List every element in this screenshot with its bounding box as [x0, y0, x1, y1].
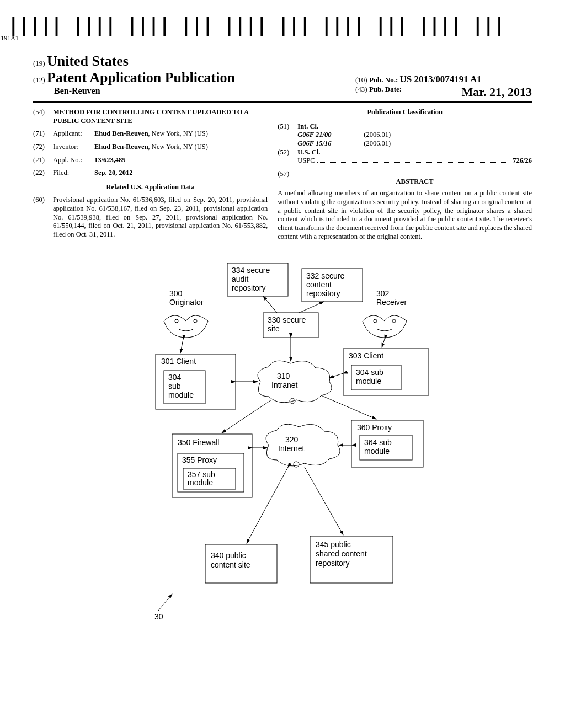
- label-345c: repository: [316, 559, 349, 568]
- svg-line-27: [222, 400, 271, 433]
- label-320b: Internet: [278, 444, 305, 453]
- label-330a: 330 secure: [268, 315, 306, 324]
- appl-row: (21) Appl. No.: 13/623,485: [33, 156, 268, 165]
- label-receiver: Receiver: [376, 298, 407, 307]
- right-column: Publication Classification (51) Int. Cl.…: [278, 108, 532, 244]
- label-332a: 332 secure: [306, 271, 344, 280]
- label-350: 350 Firewall: [178, 438, 219, 447]
- header-author: Ben-Reuven: [54, 86, 355, 96]
- pub-no-label: Pub. No.:: [369, 76, 398, 84]
- inventor-label: Inventor:: [53, 143, 94, 152]
- appl-label: Appl. No.:: [53, 156, 94, 165]
- country-name: United States: [47, 53, 129, 69]
- applicant-label: Applicant:: [53, 130, 94, 138]
- svg-point-15: [294, 462, 299, 467]
- system-diagram-svg: 300 Originator 302 Receiver 334 secure a…: [111, 258, 454, 622]
- label-355: 355 Proxy: [182, 456, 217, 464]
- pub-type: Patent Application Publication: [47, 69, 235, 85]
- filed-row: (22) Filed: Sep. 20, 2012: [33, 169, 268, 178]
- country-code: (19): [33, 59, 45, 67]
- label-357a: 357 sub: [188, 470, 215, 479]
- inventor-value: Ehud Ben-Reuven, New York, NY (US): [94, 143, 268, 152]
- intcl-code-0: G06F 21/00: [297, 131, 364, 140]
- label-340b: content site: [211, 560, 250, 569]
- barcode: | |||| ||||| || |||| ||| |||| |||| |||| …: [0, 17, 504, 42]
- svg-point-1: [194, 319, 197, 323]
- pub-no-line: (10) Pub. No.: US 2013/0074191 A1: [355, 74, 532, 85]
- svg-line-20: [263, 296, 277, 313]
- svg-line-31: [247, 467, 288, 543]
- abstract-heading-row: (57) ABSTRACT: [278, 170, 532, 190]
- body-columns: (54) METHOD FOR CONTROLLING CONTENT UPLO…: [33, 108, 532, 244]
- label-345a: 345 public: [316, 540, 351, 549]
- pub-no-code: (10): [355, 76, 367, 84]
- abstract-heading: ABSTRACT: [297, 178, 532, 186]
- pub-date: Mar. 21, 2013: [461, 85, 532, 99]
- intcl-row: (51) Int. Cl. G06F 21/00 (2006.01) G06F …: [278, 122, 532, 148]
- uspc-dots: [317, 157, 511, 163]
- inventor-code: (72): [33, 143, 53, 152]
- abstract-text: A method allowing members of an organiza…: [278, 189, 532, 241]
- svg-point-3: [392, 319, 396, 323]
- svg-point-2: [374, 319, 377, 323]
- label-304a3: module: [168, 390, 194, 399]
- intcl-code: (51): [278, 122, 297, 148]
- intcl-year-1: (2006.01): [364, 140, 391, 148]
- header-left: (19) United States (12) Patent Applicati…: [33, 53, 355, 99]
- label-334a: 334 secure: [232, 266, 270, 275]
- label-360: 360 Proxy: [357, 423, 392, 432]
- inventor-name: Ehud Ben-Reuven: [94, 143, 148, 151]
- label-310a: 310: [277, 372, 290, 381]
- label-330b: site: [268, 324, 280, 333]
- svg-point-0: [175, 319, 178, 323]
- invention-title: METHOD FOR CONTROLLING CONTENT UPLOADED …: [53, 108, 268, 125]
- pub-type-code: (12): [33, 76, 45, 84]
- appl-code: (21): [33, 156, 53, 165]
- label-300: 300: [169, 289, 183, 298]
- applicant-value: Ehud Ben-Reuven, New York, NY (US): [94, 130, 268, 138]
- label-357b: module: [188, 478, 213, 487]
- label-304a1: 304: [168, 373, 182, 382]
- filed-label: Filed:: [53, 169, 94, 178]
- patent-header: (19) United States (12) Patent Applicati…: [33, 53, 532, 103]
- label-332b: content: [306, 280, 332, 289]
- svg-line-28: [321, 395, 376, 419]
- intcl-block: Int. Cl. G06F 21/00 (2006.01) G06F 15/16…: [297, 122, 532, 148]
- label-304b1: 304 sub: [356, 368, 383, 377]
- svg-line-21: [299, 302, 324, 313]
- filed-date: Sep. 20, 2012: [94, 169, 268, 178]
- applicant-code: (71): [33, 130, 53, 138]
- intcl-item-1: G06F 15/16 (2006.01): [297, 140, 532, 148]
- label-303: 303 Client: [349, 351, 383, 360]
- label-334c: repository: [232, 283, 265, 292]
- pub-class-heading: Publication Classification: [278, 108, 532, 117]
- title-code: (54): [33, 108, 53, 125]
- label-304a2: sub: [168, 382, 181, 390]
- uspc-label: USPC: [297, 157, 315, 165]
- uspc-value: 726/26: [513, 157, 532, 165]
- barcode-area: | |||| ||||| || |||| ||| |||| |||| |||| …: [33, 17, 532, 50]
- patent-page: | |||| ||||| || |||| ||| |||| |||| |||| …: [0, 0, 565, 646]
- label-334b: audit: [232, 275, 248, 283]
- uscl-block: U.S. Cl. USPC 726/26: [297, 148, 532, 165]
- intcl-label: Int. Cl.: [297, 122, 532, 131]
- uscl-code: (52): [278, 148, 297, 165]
- svg-line-23: [180, 339, 183, 353]
- label-originator: Originator: [169, 298, 204, 307]
- uspc-line: USPC 726/26: [297, 157, 532, 165]
- country-line: (19) United States: [33, 53, 355, 69]
- label-304b2: module: [356, 377, 381, 386]
- inventor-row: (72) Inventor: Ehud Ben-Reuven, New York…: [33, 143, 268, 152]
- left-column: (54) METHOD FOR CONTROLLING CONTENT UPLO…: [33, 108, 278, 244]
- header-right: (10) Pub. No.: US 2013/0074191 A1 (43) P…: [355, 53, 532, 99]
- label-345b: shared content: [316, 549, 367, 558]
- pub-title-line: (12) Patent Application Publication: [33, 69, 355, 86]
- svg-line-32: [305, 467, 343, 535]
- label-364a: 364 sub: [364, 438, 392, 447]
- pub-date-line: (43) Pub. Date: Mar. 21, 2013: [355, 85, 532, 99]
- applicant-row: (71) Applicant: Ehud Ben-Reuven, New Yor…: [33, 130, 268, 138]
- label-320a: 320: [285, 435, 299, 444]
- provisional-code: (60): [33, 196, 53, 239]
- abstract-code: (57): [278, 170, 297, 190]
- label-302: 302: [376, 289, 390, 298]
